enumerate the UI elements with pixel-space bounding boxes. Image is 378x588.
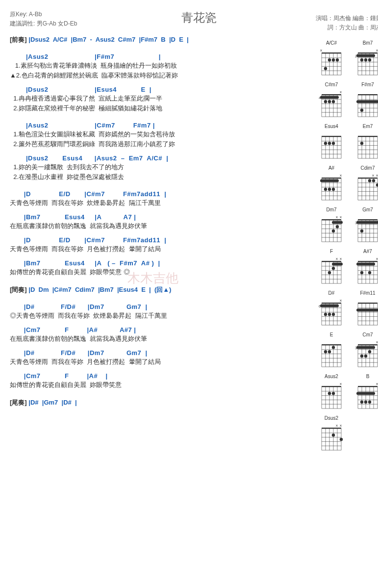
svg-text:x: x (340, 423, 342, 428)
svg-point-135 (372, 179, 375, 182)
svg-point-36 (360, 58, 363, 61)
chord-diagram-name: Cm7 (351, 332, 378, 337)
svg-rect-69 (356, 100, 378, 103)
credit-line-2: 詞：方文山 曲：周杰倫 (316, 23, 378, 32)
lyric-line: 天青色等煙雨 而我在等妳 月色被打撈起 暈開了結局 (10, 245, 309, 254)
lyric-line: 1.妳的美一縷飄散 去到我去不了的地方 (10, 163, 309, 172)
chord-diagram-svg (354, 130, 378, 161)
chord-diagram: Bm72x (351, 40, 378, 78)
svg-point-306 (364, 401, 367, 404)
svg-rect-38 (322, 94, 341, 95)
chord-diagram-svg: x (318, 380, 345, 411)
chord-diagram-svg: x (318, 47, 345, 78)
chord-diagram-svg: xx (318, 213, 345, 245)
chorus-block-2: |D# F/D# |Dm7 Gm7 | ◎天青色等煙雨 而我在等妳 炊煙裊裊昇起… (10, 303, 309, 389)
svg-point-55 (324, 100, 327, 103)
svg-rect-19 (358, 52, 378, 53)
svg-text:x: x (376, 48, 378, 52)
chord-diagram-svg: 4x (318, 88, 345, 120)
svg-point-153 (336, 225, 339, 228)
svg-point-223 (328, 313, 331, 316)
chord-diagram-svg (318, 130, 345, 161)
chord-line: |D# F/D# |Dm7 Gm7 | (10, 349, 309, 357)
chord-line: |D# F/D# |Dm7 Gm7 | (10, 303, 309, 310)
svg-text:x: x (336, 256, 338, 261)
chord-diagram: E (314, 332, 349, 370)
svg-rect-0 (322, 52, 341, 53)
chord-line: |Asus2 |F#m7 | (10, 53, 309, 60)
svg-point-85 (328, 142, 331, 145)
svg-point-54 (328, 100, 331, 103)
chord-diagram-svg: 3 (354, 213, 378, 245)
chord-diagram-svg: 2x (354, 47, 378, 78)
lyric-line: 在瓶底書漢隸仿前朝的飄逸 就當我為遇見妳伏筆 (10, 334, 309, 343)
lyric-line: ▲2.色白花青的錦鯉躍然於碗底 臨摹宋體落款時卻惦記著妳 (10, 71, 309, 80)
outro-chords: |D# |Gm7 |D# | (27, 399, 77, 406)
svg-point-188 (328, 271, 331, 274)
chord-line: |Cm7 F |A# A#7 | (10, 326, 309, 333)
chord-diagram: C#m74x (314, 82, 349, 120)
svg-point-254 (328, 350, 331, 353)
chord-line: |D E/D |C#m7 F#m7add11 | (10, 190, 309, 198)
svg-point-84 (324, 142, 327, 145)
chord-diagram: Dm7xx (314, 207, 349, 245)
chord-diagram-svg: 3x (354, 338, 378, 370)
chord-diagram-svg: xx (354, 172, 378, 203)
svg-point-289 (332, 392, 335, 395)
chord-diagram-name: Dm7 (314, 207, 349, 212)
chord-line: |Bm7 Esus4 |A A7 | (10, 213, 309, 221)
chord-line: |Dsus2 |Esus4 E | (10, 86, 309, 93)
chord-diagram-svg: xx (318, 422, 345, 453)
svg-rect-221 (320, 304, 339, 307)
chord-diagram-name: C#m7 (314, 82, 349, 87)
svg-point-187 (332, 267, 335, 270)
chord-diagram: Fxx (314, 249, 349, 286)
lyric-line: 1.素胚勾勒出青花筆鋒濃轉淡 瓶身描繪的牡丹一如妳初妝 (10, 61, 309, 70)
svg-text:x: x (376, 173, 378, 178)
chord-diagram-svg: x (354, 380, 378, 411)
svg-point-271 (368, 350, 371, 353)
chord-diagram-name: F#m11 (351, 290, 378, 296)
chord-diagram: Bx (351, 374, 378, 411)
interlude-line: [間奏] |D Dm |C#m7 Cdim7 |Bm7 |Esus4 E | (… (10, 285, 309, 294)
chord-diagram-svg (354, 297, 378, 328)
content-area: [前奏] |Dsus2 A/C# |Bm7 - Asus2 C#m7 |F#m7… (10, 35, 378, 453)
svg-point-134 (368, 179, 371, 182)
chord-diagram: Em7 (351, 124, 378, 161)
verse-block-2: |Asus2 |C#m7 F#m7 | 1.釉色渲染仕女圖韻味被私藏 而妳嫣然的… (10, 122, 309, 181)
svg-point-170 (360, 230, 363, 232)
chord-diagram-name: A#7 (351, 249, 378, 254)
chord-diagram-name: F (314, 249, 349, 254)
chord-diagram: Gm73 (351, 207, 378, 245)
lyric-line: 2.妳隱藏在窯燒裡千年的秘密 極細膩猶如繡花針落地 (10, 104, 309, 113)
chord-sheet: [前奏] |Dsus2 A/C# |Bm7 - Asus2 C#m7 |F#m7… (10, 35, 314, 453)
chord-diagram: Cdim7xx (351, 165, 378, 203)
original-key: 原Key: A-Bb (10, 10, 77, 19)
chord-diagram-name: F#m7 (351, 82, 378, 87)
chord-diagram-panel: A/C#xBm72xC#m74xF#m7Esus4Em7A#xCdim7xxDm… (314, 35, 378, 453)
svg-rect-304 (356, 392, 375, 395)
lyric-line: ◎天青色等煙雨 而我在等妳 炊煙裊裊昇起 隔江千萬里 (10, 311, 309, 320)
svg-rect-33 (356, 54, 375, 57)
svg-point-154 (332, 230, 335, 232)
lyric-line: 如傳世的青花瓷自顧自美麗 妳眼帶笑意 ◎ (10, 268, 309, 277)
chord-diagram-svg: x (318, 172, 345, 203)
svg-point-136 (376, 183, 378, 186)
outro-line: [尾奏] |D# |Gm7 |D# | (10, 398, 309, 407)
svg-point-222 (332, 313, 335, 316)
chord-diagram-name: Esus4 (314, 124, 349, 129)
svg-point-252 (332, 346, 335, 349)
lyric-line: 2.簾外芭蕉惹驟雨門環惹銅綠 而我路過那江南小鎮惹了妳 (10, 140, 309, 149)
outro-label: [尾奏] (10, 399, 27, 406)
svg-text:x: x (340, 90, 342, 94)
chord-diagram-svg: xx (318, 255, 345, 286)
intro-chords: |Dsus2 A/C# |Bm7 - Asus2 C#m7 |F#m7 B |D… (27, 36, 189, 43)
chord-diagram-name: A/C# (314, 40, 349, 46)
chord-diagram-name: Cdim7 (351, 165, 378, 171)
chord-diagram-name: A# (314, 165, 349, 171)
svg-point-53 (332, 100, 335, 103)
lyric-line: 天青色等煙雨 而我在等妳 炊煙裊裊昇起 隔江千萬里 (10, 199, 309, 207)
svg-text:x: x (372, 173, 374, 178)
lyric-line: 1.釉色渲染仕女圖韻味被私藏 而妳嫣然的一笑如含苞待放 (10, 130, 309, 139)
chord-diagram: Asus2x (314, 374, 349, 411)
